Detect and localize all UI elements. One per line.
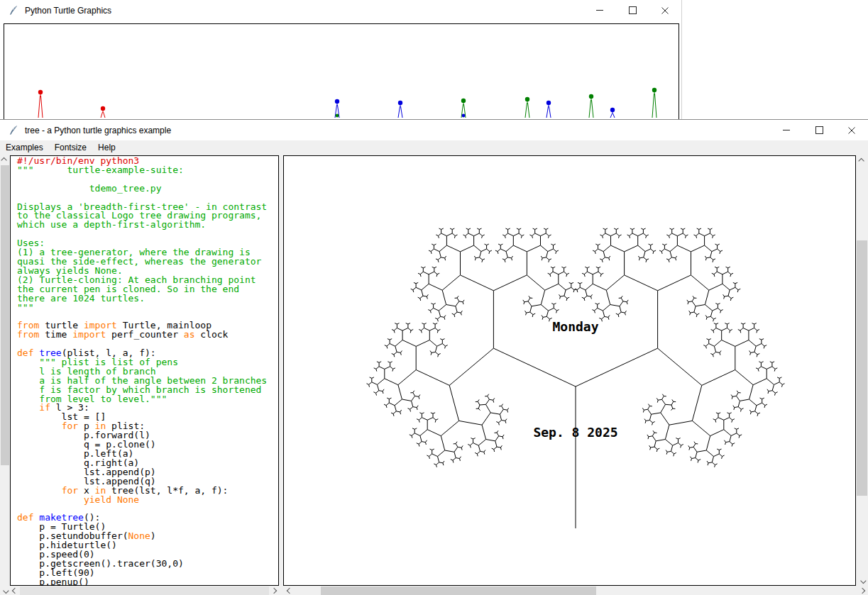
code-line: p.penup() <box>17 578 278 586</box>
window-title: Python Turtle Graphics <box>25 6 111 16</box>
minimize-icon <box>783 130 790 130</box>
scrollbar-thumb[interactable] <box>1 165 9 465</box>
turtle-canvas-background <box>4 23 679 119</box>
tk-feather-icon <box>8 125 19 136</box>
minimize-icon <box>596 10 603 11</box>
scroll-up-arrow[interactable] <box>856 155 868 166</box>
minimize-button[interactable] <box>770 120 803 140</box>
chevron-left-icon <box>286 588 292 594</box>
screen: { "window_bg": { "title": "Python Turtle… <box>0 0 868 595</box>
scroll-down-arrow[interactable] <box>856 575 868 586</box>
scroll-left-arrow[interactable] <box>283 586 295 595</box>
scrollbar-thumb[interactable] <box>857 240 867 496</box>
tree-demo-window: tree - a Python turtle graphics example … <box>0 119 868 595</box>
canvas-text-monday: Monday <box>552 319 598 334</box>
scrollbar-thumb[interactable] <box>20 586 269 595</box>
scrollbar-thumb[interactable] <box>321 586 596 595</box>
code-line: from time import perf_counter as clock <box>17 330 278 340</box>
chevron-left-icon <box>12 588 18 594</box>
canvas-horizontal-scrollbar[interactable] <box>283 586 868 595</box>
maximize-button[interactable] <box>616 0 649 21</box>
menu-item-examples[interactable]: Examples <box>0 141 49 154</box>
code-horizontal-scrollbar[interactable] <box>10 586 279 595</box>
code-line <box>17 230 278 239</box>
canvas-text-sep: Sep. 8 2025 <box>533 425 617 440</box>
scroll-down-arrow[interactable] <box>0 586 10 595</box>
chevron-up-icon <box>858 157 864 163</box>
turtle-graphics-window: Python Turtle Graphics <box>0 0 682 119</box>
chevron-up-icon <box>1 157 6 163</box>
code-line: which use a depth-first-algorithm. <box>17 221 278 230</box>
chevron-right-icon <box>859 588 864 594</box>
scroll-up-arrow[interactable] <box>0 155 10 165</box>
close-button[interactable] <box>835 120 868 140</box>
menu-bar: ExamplesFontsizeHelp <box>0 140 868 155</box>
turtle-graphics-titlebar[interactable]: Python Turtle Graphics <box>0 0 681 21</box>
chevron-right-icon <box>271 588 277 594</box>
window-title: tree - a Python turtle graphics example <box>25 126 171 135</box>
minimize-button[interactable] <box>583 0 616 21</box>
maximize-icon <box>815 126 823 134</box>
close-button[interactable] <box>649 0 681 21</box>
tk-feather-icon <box>8 5 19 16</box>
close-icon <box>661 7 669 14</box>
maximize-button[interactable] <box>803 120 835 140</box>
code-editor[interactable]: #!/usr/bin/env python3""" turtle-example… <box>10 155 279 586</box>
code-line: """ turtle-example-suite: <box>17 166 278 175</box>
code-line: tdemo_tree.py <box>17 184 278 194</box>
code-line: """ <box>17 304 278 313</box>
canvas-vertical-scrollbar[interactable] <box>856 155 868 586</box>
fractal-tree-drawing <box>367 228 785 528</box>
turtle-canvas-pane: MondaySep. 8 2025 <box>283 155 856 586</box>
close-icon <box>848 127 855 134</box>
maximize-icon <box>629 6 637 14</box>
fractal-tree-canvas: MondaySep. 8 2025 <box>284 156 855 585</box>
chevron-down-icon <box>3 588 9 594</box>
code-line: there are 1024 turtles. <box>17 294 278 304</box>
scroll-left-arrow[interactable] <box>10 586 20 595</box>
menu-item-help[interactable]: Help <box>92 141 121 154</box>
scroll-right-arrow[interactable] <box>856 586 868 595</box>
code-content: #!/usr/bin/env python3""" turtle-example… <box>17 157 278 586</box>
code-vertical-scrollbar[interactable] <box>0 155 10 595</box>
tree-demo-titlebar[interactable]: tree - a Python turtle graphics example <box>0 120 868 140</box>
scroll-right-arrow[interactable] <box>269 586 279 595</box>
chevron-down-icon <box>860 577 866 583</box>
code-line: yield None <box>17 496 278 505</box>
menu-item-fontsize[interactable]: Fontsize <box>49 141 92 154</box>
